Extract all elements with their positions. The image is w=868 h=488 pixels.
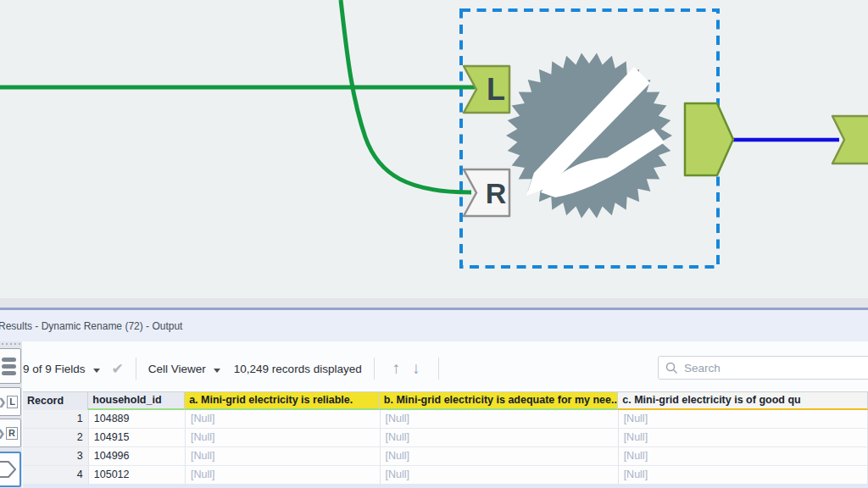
table-row: 4105012[Null][Null][Null]	[23, 466, 868, 485]
results-toolbar: 9 of 9 Fields ✔ Cell Viewer 10,249 recor…	[23, 351, 650, 386]
column-header-household_id[interactable]: household_id	[88, 392, 185, 411]
apply-checkmark-icon[interactable]: ✔	[112, 360, 124, 378]
chevron-down-icon	[214, 369, 220, 373]
table-row: 3104996[Null][Null][Null]	[23, 447, 868, 466]
workflow-canvas[interactable]: L R	[0, 0, 868, 298]
grid-body: 1104889[Null][Null][Null]2104915[Null][N…	[23, 410, 868, 485]
results-grid: Recordhousehold_ida. Mini-grid electrici…	[23, 391, 868, 488]
cell-record[interactable]: 4	[23, 466, 89, 485]
scroll-up-icon[interactable]: ↑	[392, 359, 401, 378]
table-view-icon	[2, 358, 16, 375]
column-header-b[interactable]: b. Mini-grid electricity is adequate for…	[380, 392, 618, 411]
chevron-down-icon	[93, 369, 100, 373]
cell-a[interactable]: [Null]	[186, 429, 381, 447]
cell-a[interactable]: [Null]	[186, 447, 381, 466]
table-row: 2104915[Null][Null][Null]	[23, 429, 868, 447]
cell-household_id[interactable]: 104889	[89, 410, 186, 429]
right-anchor-button[interactable]: ❯ R	[0, 419, 21, 447]
panel-splitter[interactable]	[0, 298, 868, 310]
cell-household_id[interactable]: 104915	[89, 429, 186, 447]
toolbar-divider	[438, 358, 439, 380]
anchor-arrow-icon: ❯	[0, 396, 6, 408]
left-anchor-button-label: L	[7, 396, 18, 408]
cell-a[interactable]: [Null]	[186, 466, 381, 485]
column-header-record[interactable]: Record	[23, 392, 88, 411]
cell-a[interactable]: [Null]	[186, 410, 381, 429]
cell-c[interactable]: [Null]	[619, 429, 868, 447]
cell-record[interactable]: 3	[23, 447, 89, 466]
cell-b[interactable]: [Null]	[381, 466, 619, 485]
left-anchor-label: L	[487, 72, 505, 107]
column-header-a[interactable]: a. Mini-grid electricity is reliable.	[185, 392, 380, 411]
scroll-down-icon[interactable]: ↓	[412, 359, 420, 378]
search-box[interactable]	[658, 356, 868, 380]
cell-record[interactable]: 2	[23, 429, 89, 447]
toolbar-divider	[374, 358, 375, 380]
dynamic-rename-tool[interactable]	[506, 53, 672, 218]
cell-b[interactable]: [Null]	[381, 447, 619, 466]
grid-header: Recordhousehold_ida. Mini-grid electrici…	[23, 391, 868, 410]
output-anchor[interactable]	[685, 103, 733, 175]
table-row: 1104889[Null][Null][Null]	[23, 410, 868, 429]
toolbar-divider	[136, 358, 136, 380]
results-title: Results - Dynamic Rename (72) - Output	[0, 320, 182, 332]
connection-top-input[interactable]	[341, 0, 471, 192]
cell-household_id[interactable]: 104996	[89, 447, 186, 466]
cell-b[interactable]: [Null]	[381, 429, 619, 447]
search-input[interactable]	[684, 362, 868, 374]
table-view-button[interactable]	[0, 348, 21, 384]
output-anchor-button[interactable]	[0, 452, 21, 487]
cell-b[interactable]: [Null]	[381, 410, 619, 429]
cell-household_id[interactable]: 105012	[89, 466, 186, 485]
anchor-arrow-icon: ❯	[0, 428, 5, 439]
right-anchor-label: R	[486, 177, 507, 209]
partial-next-row	[23, 485, 868, 488]
fields-dropdown[interactable]: 9 of 9 Fields	[23, 363, 100, 375]
cell-viewer-dropdown[interactable]: Cell Viewer	[148, 363, 220, 375]
cell-c[interactable]: [Null]	[619, 466, 868, 485]
cell-record[interactable]: 1	[23, 410, 89, 429]
column-header-c[interactable]: c. Mini-grid electricity is of good qu	[618, 392, 868, 411]
search-icon	[665, 362, 678, 374]
records-displayed-label: 10,249 records displayed	[234, 363, 362, 375]
results-panel-header: Results - Dynamic Rename (72) - Output	[0, 310, 868, 341]
drag-handle-icon[interactable]	[2, 343, 20, 347]
cell-c[interactable]: [Null]	[619, 410, 868, 429]
cell-c[interactable]: [Null]	[619, 447, 868, 466]
left-anchor-button[interactable]: ❯ L	[0, 387, 21, 416]
right-anchor-button-label: R	[6, 427, 18, 440]
output-anchor-icon	[0, 458, 17, 480]
